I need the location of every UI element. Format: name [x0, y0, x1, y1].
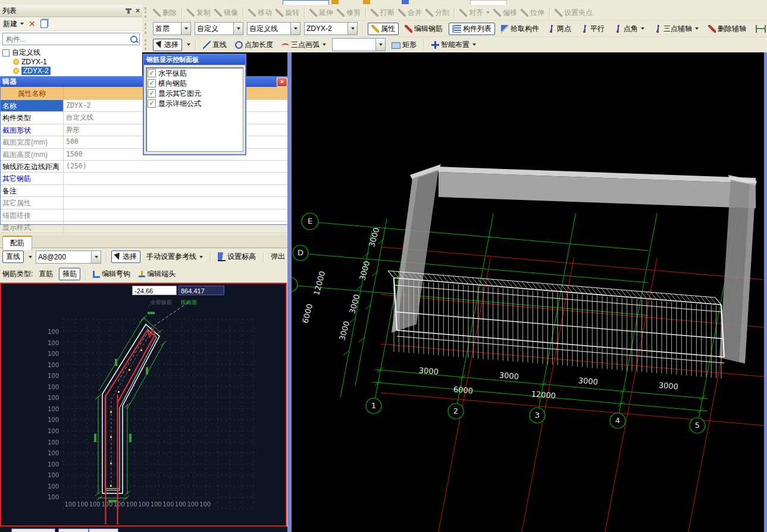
pick-component-button[interactable]: 拾取构件	[499, 23, 541, 35]
component-list-button[interactable]: 构件列表	[449, 23, 495, 35]
new-button[interactable]: 新建	[3, 19, 24, 29]
offset-button[interactable]: 偏移	[493, 8, 517, 18]
select-tool-button[interactable]: 选择	[153, 39, 182, 51]
chevron-down-icon[interactable]	[233, 23, 243, 35]
set-grips-button[interactable]: 设置夹点	[555, 8, 593, 18]
search-icon[interactable]	[130, 36, 137, 43]
display-option-横向钢筋[interactable]: ✓横向钢筋	[146, 78, 243, 88]
coordinate-y-box[interactable]: 864.417	[179, 286, 224, 295]
property-value[interactable]	[63, 209, 289, 221]
property-value[interactable]	[63, 185, 289, 196]
type-combo[interactable]: 自定义线	[247, 22, 300, 35]
tree-root[interactable]: 自定义线	[2, 48, 142, 57]
manual-reference-button[interactable]: 手动设置参考线	[144, 251, 205, 262]
chevron-down-icon[interactable]	[187, 43, 190, 46]
property-row-显示样式[interactable]: 显示样式	[1, 221, 289, 233]
two-point-button[interactable]: 两点	[545, 23, 574, 35]
property-value[interactable]	[63, 197, 289, 208]
set-elevation-button[interactable]: 设置标高	[215, 251, 258, 262]
property-row-锚固搭接[interactable]: 锚固搭接	[1, 209, 289, 221]
checkbox-icon[interactable]: ✓	[148, 79, 156, 87]
model-3d-view[interactable]: ED12345300030003000300060001200030003000…	[292, 52, 764, 532]
component-search[interactable]	[2, 33, 140, 45]
display-option-水平纵筋[interactable]: ✓水平纵筋	[146, 68, 243, 78]
property-value[interactable]: (250)	[63, 161, 289, 172]
chevron-down-icon[interactable]	[181, 23, 190, 35]
toolbar-grip[interactable]	[145, 39, 148, 50]
display-option-显示其它图元[interactable]: ✓显示其它图元	[146, 88, 243, 98]
chevron-down-icon[interactable]	[91, 251, 101, 263]
tab-peijin[interactable]: 配筋	[2, 236, 32, 250]
stirrup-button[interactable]: 箍筋	[59, 268, 80, 280]
parallel-button[interactable]: 平行	[578, 23, 607, 35]
chevron-down-icon[interactable]	[375, 39, 385, 51]
rotate-button[interactable]: 旋转	[276, 8, 299, 18]
toolbar-grip[interactable]	[145, 23, 148, 34]
smart-layout-button[interactable]: 智能布置	[429, 39, 478, 51]
property-value[interactable]	[63, 221, 289, 233]
split-button[interactable]: 分割	[425, 8, 449, 18]
line-mode-button[interactable]: 直线	[2, 251, 24, 263]
delete-button[interactable]: 删除	[153, 8, 177, 18]
checkbox-icon[interactable]: ✓	[148, 69, 156, 77]
line-button[interactable]: 直线	[201, 39, 229, 51]
properties-button[interactable]: 属性	[368, 23, 399, 35]
property-value[interactable]	[63, 173, 289, 184]
arc-style-combo[interactable]	[332, 38, 386, 51]
toolbar-grip[interactable]	[145, 7, 148, 18]
rectangle-button[interactable]: 矩形	[389, 39, 419, 51]
close-icon[interactable]: ×	[277, 77, 287, 87]
category-combo[interactable]: 自定义	[195, 22, 243, 35]
select-button[interactable]: 选择	[111, 251, 140, 263]
chevron-down-icon[interactable]	[290, 23, 300, 35]
close-icon[interactable]: ×	[136, 7, 140, 14]
dialog-titlebar[interactable]: 钢筋显示控制面板	[144, 55, 245, 65]
delete-component-icon[interactable]: ✕	[29, 19, 36, 29]
pin-icon[interactable]	[127, 8, 130, 14]
property-label: 显示样式	[1, 221, 63, 233]
display-option-显示详细公式[interactable]: ✓显示详细公式	[146, 98, 243, 108]
point-angle-button[interactable]: 点角	[612, 23, 647, 35]
element-combo[interactable]: ZDYX-2	[304, 22, 358, 35]
extend-button[interactable]: 延伸	[309, 8, 333, 18]
element-combo-value: ZDYX-2	[305, 24, 348, 33]
checkbox-icon[interactable]: ✓	[148, 89, 156, 98]
trim-button[interactable]: 修剪	[337, 8, 361, 18]
floor-combo[interactable]: 首层	[153, 22, 191, 35]
break-button[interactable]: 打断	[371, 8, 395, 18]
dimension-button[interactable]: 尺寸标注	[753, 23, 767, 35]
straight-bar-button[interactable]: 直筋	[36, 268, 55, 280]
property-row-轴线距左边线距离[interactable]: 轴线距左边线距离(250)	[1, 161, 289, 173]
tree-item-ZDYX-1[interactable]: ZDYX-1	[2, 57, 142, 66]
panel-titlebar[interactable]: 列表 ×	[0, 5, 142, 17]
chevron-down-icon[interactable]	[348, 23, 357, 35]
popup-button[interactable]: 弹出	[268, 251, 287, 262]
copy-icon[interactable]	[40, 20, 48, 28]
stretch-button[interactable]: 拉伸	[521, 8, 544, 18]
edit-rebar-button[interactable]: 编辑钢筋	[402, 23, 445, 35]
merge-button[interactable]: 合并	[398, 8, 422, 18]
delete-aux-axis-button[interactable]: 删除辅轴	[706, 23, 749, 35]
view-splitter[interactable]	[287, 52, 292, 532]
coordinate-x-box[interactable]: -24.66	[132, 286, 177, 295]
bar-spec-combo[interactable]: A8@200	[36, 251, 101, 264]
three-point-arc-button[interactable]: 三点画弧	[279, 39, 328, 51]
three-point-aux-axis-button[interactable]: 三点辅轴	[652, 23, 701, 35]
chevron-down-icon[interactable]	[29, 256, 32, 258]
align-button[interactable]: 对齐	[459, 8, 490, 18]
edit-end-button[interactable]: 编辑端头	[136, 268, 178, 280]
property-row-其它钢筋[interactable]: 其它钢筋	[1, 173, 289, 184]
search-input[interactable]	[5, 35, 130, 44]
copy-button[interactable]: 复制	[187, 8, 211, 18]
point-plus-length-button[interactable]: 点加长度	[233, 39, 276, 51]
right-edge-splitter[interactable]	[764, 52, 767, 532]
edit-hook-button[interactable]: 编辑弯钩	[90, 268, 133, 280]
tree-item-ZDYX-2[interactable]: ZDYX-2	[2, 66, 142, 75]
checkbox-icon[interactable]: ✓	[148, 99, 156, 108]
move-button[interactable]: 移动	[248, 8, 272, 18]
property-row-其它属性[interactable]: 其它属性	[1, 197, 289, 209]
property-row-备注[interactable]: 备注	[1, 185, 289, 197]
section-2d-view[interactable]: 1001001001001001001001001001001001001001…	[0, 283, 287, 527]
mirror-button[interactable]: 镜像	[214, 8, 238, 18]
floor-combo-value: 首层	[154, 24, 181, 34]
